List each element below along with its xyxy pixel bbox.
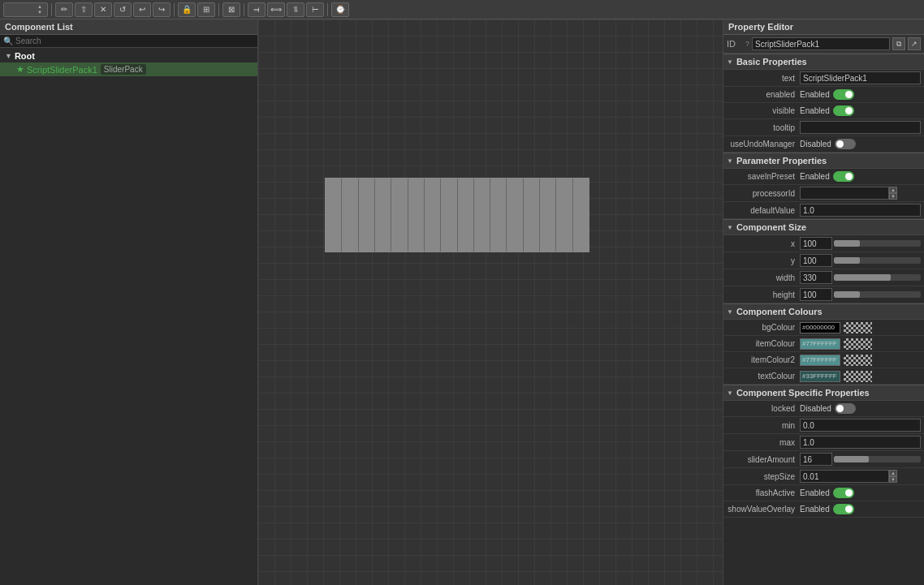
prop-min-input[interactable] [800, 419, 921, 432]
slideramount-slider[interactable] [834, 456, 921, 462]
prop-locked-row: locked Disabled [723, 401, 924, 417]
enabled-toggle[interactable] [833, 89, 854, 100]
width-input[interactable] [800, 271, 832, 284]
stepsize-down[interactable]: ▼ [889, 476, 897, 483]
prop-tooltip-label: tooltip [727, 123, 800, 132]
section-component-size[interactable]: ▼ Component Size [723, 219, 924, 235]
itemcolour2-swatch[interactable]: #77FFFFFF [800, 355, 840, 366]
redo-btn[interactable]: ↪ [153, 2, 171, 17]
tree-root[interactable]: ▼ Root [0, 49, 257, 62]
slider-bar [342, 179, 358, 252]
prop-text-label: text [727, 74, 800, 83]
prop-processorid-value: ▲ ▼ [800, 187, 921, 200]
lock-btn[interactable]: 🔒 [178, 2, 196, 17]
prop-defaultvalue-row: defaultValue [723, 202, 924, 219]
id-action-btn[interactable]: ↗ [908, 37, 921, 50]
main-area: Component List 🔍 ▼ Root ★ ScriptSliderPa… [0, 19, 924, 585]
prop-defaultvalue-input[interactable] [800, 204, 921, 217]
visible-toggle-text: Enabled [800, 106, 830, 115]
section-basic-properties[interactable]: ▼ Basic Properties [723, 54, 924, 70]
slider-bar [391, 179, 408, 252]
cross-btn[interactable]: ✕ [94, 2, 112, 17]
prop-max-input[interactable] [800, 436, 921, 449]
prop-saveinpreset-label: saveInPreset [727, 172, 800, 181]
x-slider[interactable] [834, 240, 921, 247]
search-input[interactable] [15, 37, 254, 45]
itemcolour-swatch[interactable]: #77FFFFFF [800, 338, 840, 350]
prop-min-row: min [723, 417, 924, 434]
prop-showvalueoverlay-row: showValueOverlay Enabled [723, 501, 924, 518]
undomanager-toggle[interactable] [835, 139, 856, 149]
y-slider[interactable] [834, 257, 921, 264]
section-component-colours[interactable]: ▼ Component Colours [723, 303, 924, 320]
width-slider[interactable] [834, 274, 921, 281]
processorid-input[interactable] [800, 187, 889, 200]
stepsize-input[interactable] [800, 470, 889, 483]
property-editor-header: Property Editor [723, 19, 924, 35]
textcolour-swatch[interactable]: #33FFFFFF [800, 371, 840, 382]
align-center-btn[interactable]: ⟺ [267, 2, 285, 17]
textcolour-row: #33FFFFFF [800, 371, 872, 382]
id-label: ID [727, 39, 743, 49]
align-vert-btn[interactable]: ⥮ [287, 2, 304, 17]
snap-btn[interactable]: ⊠ [222, 2, 240, 17]
saveinpreset-toggle[interactable] [833, 171, 854, 182]
colours-arrow: ▼ [727, 308, 733, 316]
x-input[interactable] [800, 237, 832, 250]
id-help-icon[interactable]: ? [745, 40, 749, 48]
tree-item-sliderpack[interactable]: ★ ScriptSliderPack1 SliderPack [0, 62, 257, 76]
specific-title: Component Specific Properties [736, 388, 870, 398]
prop-enabled-label: enabled [727, 90, 800, 99]
y-input[interactable] [800, 254, 832, 267]
processorid-up[interactable]: ▲ [889, 187, 897, 193]
property-editor-title: Property Editor [728, 22, 793, 32]
zoom-box[interactable]: 100% ▲ ▼ [3, 2, 48, 17]
visible-toggle[interactable] [833, 105, 854, 116]
id-copy-btn[interactable]: ⧉ [892, 37, 905, 50]
bgcolour-swatch[interactable]: #00000000 [800, 322, 840, 333]
locked-toggle[interactable] [835, 403, 856, 414]
id-input[interactable] [752, 37, 890, 50]
root-label: Root [15, 51, 35, 61]
slideramount-input[interactable] [800, 453, 832, 466]
align-right-btn[interactable]: ⊢ [306, 2, 324, 17]
prop-bgcolour-row: bgColour #00000000 [723, 320, 924, 336]
prop-width-row: width [723, 269, 924, 286]
prop-max-value [800, 436, 921, 449]
prop-slideramount-row: sliderAmount [723, 451, 924, 468]
pencil-btn[interactable]: ✏ [55, 2, 73, 17]
processorid-arrows: ▲ ▼ [889, 187, 897, 200]
align-btn[interactable]: ⊞ [197, 2, 215, 17]
history-btn[interactable]: ⌚ [331, 2, 349, 17]
prop-locked-label: locked [727, 404, 800, 413]
processorid-down[interactable]: ▼ [889, 193, 897, 200]
textcolour-checker [844, 371, 872, 382]
height-num-slider [800, 288, 921, 301]
search-bar: 🔍 [0, 35, 257, 48]
prop-textcolour-value: #33FFFFFF [800, 371, 921, 382]
flashactive-toggle[interactable] [833, 488, 854, 498]
share-btn[interactable]: ⇧ [75, 2, 93, 17]
tree-area: ▼ Root ★ ScriptSliderPack1 SliderPack [0, 48, 257, 585]
stepsize-up[interactable]: ▲ [889, 470, 897, 476]
section-parameter-properties[interactable]: ▼ Parameter Properties [723, 153, 924, 169]
size-arrow: ▼ [727, 224, 733, 231]
undo-btn[interactable]: ↩ [133, 2, 151, 17]
section-component-specific[interactable]: ▼ Component Specific Properties [723, 385, 924, 401]
prop-tooltip-input[interactable] [800, 121, 921, 134]
left-panel: Component List 🔍 ▼ Root ★ ScriptSliderPa… [0, 19, 258, 585]
toolbar: 100% ▲ ▼ ✏ ⇧ ✕ ↺ ↩ ↪ 🔒 ⊞ ⊠ ⫤ ⟺ ⥮ ⊢ ⌚ [0, 0, 924, 19]
zoom-down-arrow[interactable]: ▼ [37, 10, 44, 15]
prop-text-input[interactable] [800, 71, 921, 84]
height-slider[interactable] [834, 291, 921, 298]
saveinpreset-toggle-text: Enabled [800, 172, 830, 181]
zoom-up-arrow[interactable]: ▲ [37, 4, 44, 10]
canvas-area[interactable] [258, 19, 723, 585]
showvalueoverlay-toggle[interactable] [833, 504, 854, 514]
height-input[interactable] [800, 288, 832, 301]
zoom-input[interactable]: 100% [7, 5, 36, 14]
toolbar-divider-1 [51, 3, 52, 16]
rotate-btn[interactable]: ↺ [114, 2, 132, 17]
align-left-btn[interactable]: ⫤ [248, 2, 266, 17]
prop-itemcolour-label: itemColour [727, 339, 800, 348]
